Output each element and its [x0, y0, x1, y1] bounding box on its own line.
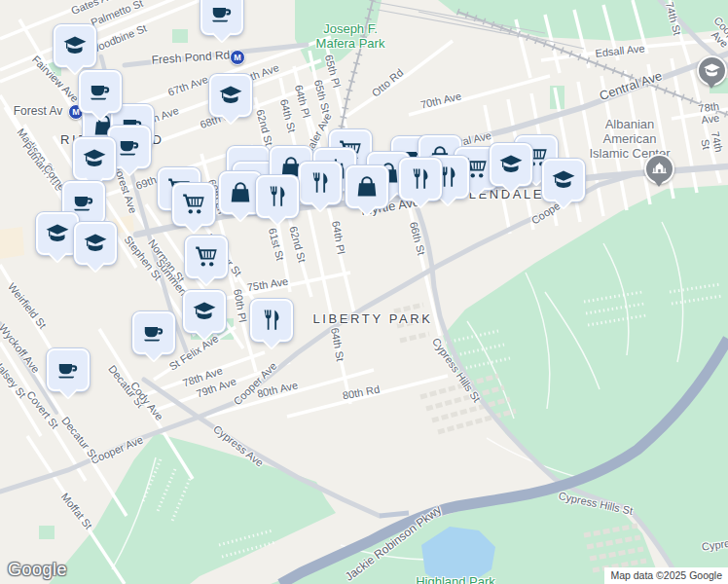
poi-marker-coffee-cup[interactable]	[47, 348, 90, 391]
poi-marker-coffee-cup[interactable]	[132, 311, 175, 354]
attribution-text: Map data ©2025 Google	[610, 569, 722, 581]
shopping-cart-icon	[194, 244, 219, 270]
map-attribution: Map data ©2025 Google	[604, 567, 728, 584]
coffee-cup-icon	[71, 190, 96, 215]
coffee-cup-icon	[209, 1, 235, 26]
shopping-cart-icon	[181, 192, 206, 217]
poi-marker-fork-knife[interactable]	[299, 162, 342, 204]
poi-marker-fork-knife[interactable]	[399, 158, 442, 201]
poi-marker-coffee-cup[interactable]	[79, 70, 122, 113]
coffee-cup-icon	[88, 79, 113, 104]
poi-marker-graduation-cap[interactable]	[54, 24, 96, 67]
poi-marker-graduation-cap[interactable]	[490, 143, 532, 186]
google-logo[interactable]: Google	[8, 560, 67, 580]
fork-knife-icon	[265, 184, 290, 209]
poi-circle-graduation-cap-icon[interactable]	[697, 55, 727, 86]
poi-marker-coffee-cup[interactable]	[200, 0, 243, 35]
graduation-cap-icon	[498, 152, 524, 177]
poi-marker-shopping-cart[interactable]	[172, 183, 215, 226]
poi-marker-graduation-cap[interactable]	[183, 290, 226, 333]
coffee-cup-icon	[117, 134, 142, 160]
fork-knife-icon	[308, 170, 333, 196]
shopping-bag-icon	[354, 174, 380, 200]
poi-marker-graduation-cap[interactable]	[74, 222, 117, 265]
fork-knife-icon	[259, 308, 284, 333]
coffee-cup-icon	[55, 357, 81, 383]
coffee-cup-icon	[141, 320, 166, 346]
poi-circle-mosque-icon[interactable]	[644, 154, 674, 184]
poi-marker-graduation-cap[interactable]	[209, 74, 252, 117]
graduation-cap-icon	[218, 83, 243, 108]
graduation-cap-icon	[82, 146, 107, 171]
street-label: 78th Ave	[698, 100, 722, 127]
map-viewport[interactable]: Gates AvePalmetto StWoodbine StFresh Pon…	[0, 0, 728, 584]
graduation-cap-icon	[192, 299, 217, 324]
fork-knife-icon	[408, 166, 433, 192]
poi-marker-graduation-cap[interactable]	[542, 159, 585, 201]
poi-marker-graduation-cap[interactable]	[73, 137, 116, 180]
park-label: Joseph F. Mafera Park	[316, 21, 385, 51]
commercial-zone	[0, 227, 24, 259]
neighborhood-label: LIBERTY PARK	[313, 311, 433, 326]
poi-marker-shopping-cart[interactable]	[185, 236, 228, 278]
subway-station-icon[interactable]: M	[230, 50, 245, 65]
poi-marker-graduation-cap[interactable]	[36, 212, 79, 255]
parkway-ramp	[380, 513, 409, 516]
park-label: Highland Park	[416, 574, 495, 584]
poi-marker-shopping-bag[interactable]	[346, 165, 388, 208]
graduation-cap-icon	[45, 221, 70, 246]
shopping-bag-icon	[228, 180, 253, 205]
graduation-cap-icon	[551, 167, 576, 193]
street-label: Forest Av	[14, 104, 62, 118]
graduation-cap-icon	[83, 231, 108, 256]
poi-marker-fork-knife[interactable]	[250, 299, 293, 342]
poi-marker-fork-knife[interactable]	[256, 175, 299, 218]
poi-label: Albanian American Islamic Center	[581, 117, 679, 161]
graduation-cap-icon	[62, 33, 88, 58]
